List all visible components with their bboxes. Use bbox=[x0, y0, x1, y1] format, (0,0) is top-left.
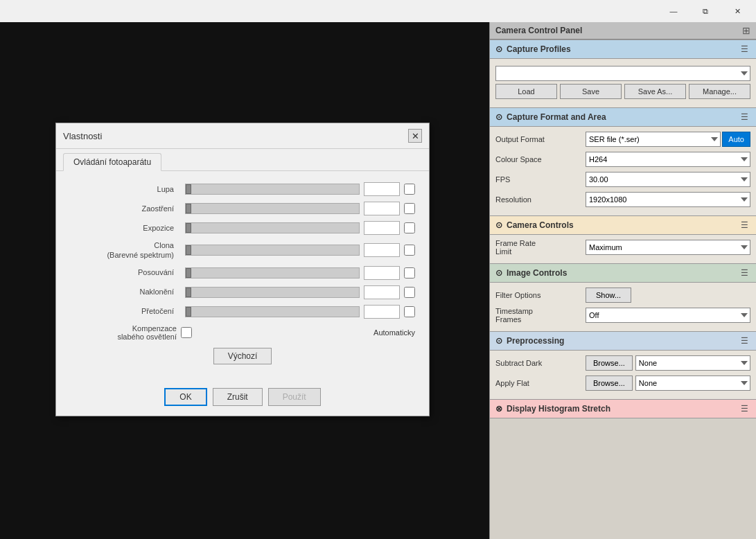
prop-value-expozice[interactable] bbox=[364, 221, 400, 235]
prop-value-nakloneni[interactable] bbox=[364, 285, 400, 299]
property-row-posouvani: Posouvání bbox=[70, 266, 415, 280]
tab-camera-control[interactable]: Ovládání fotoaparátu bbox=[63, 153, 161, 171]
kompenzace-label: Kompenzaceslabého osvětlení bbox=[70, 324, 181, 341]
section-menu-format[interactable]: ☰ bbox=[738, 111, 750, 123]
dialog-body: Lupa Zaostření Expozice Clona bbox=[56, 171, 429, 384]
collapse-icon-preprocessing: ⊙ bbox=[495, 336, 502, 346]
prop-checkbox-posouvani[interactable] bbox=[404, 267, 415, 279]
dialog-close-button[interactable]: ✕ bbox=[408, 129, 422, 143]
save-as-button[interactable]: Save As... bbox=[624, 84, 686, 99]
property-row-clona: Clona(Barevné spektrum) bbox=[70, 240, 415, 260]
prop-label-zaostren: Zaostření bbox=[70, 204, 181, 213]
ccp-titlebar: Camera Control Panel ⊞ bbox=[490, 22, 756, 39]
collapse-icon-histogram: ⊗ bbox=[495, 404, 502, 414]
fps-row: FPS 30.00 bbox=[495, 171, 750, 188]
timestamp-label: TimestampFrames bbox=[495, 307, 586, 324]
zrusit-button[interactable]: Zrušit bbox=[213, 388, 263, 406]
prop-slider-lupa[interactable] bbox=[185, 184, 360, 195]
kompenzace-checkbox[interactable] bbox=[181, 327, 192, 338]
section-menu-image[interactable]: ☰ bbox=[738, 267, 750, 279]
prop-slider-clona[interactable] bbox=[185, 245, 360, 256]
ccp-pin-icon[interactable]: ⊞ bbox=[742, 25, 750, 36]
prop-value-pretoceni[interactable] bbox=[364, 305, 400, 319]
prop-value-lupa[interactable] bbox=[364, 182, 400, 196]
property-row-lupa: Lupa bbox=[70, 182, 415, 196]
prop-label-nakloneni: Naklonění bbox=[70, 287, 181, 297]
show-button[interactable]: Show... bbox=[586, 288, 631, 303]
restore-button[interactable]: ⧉ bbox=[689, 0, 721, 22]
section-header-preprocessing[interactable]: ⊙ Preprocessing ☰ bbox=[490, 331, 756, 351]
prop-slider-posouvani[interactable] bbox=[185, 267, 360, 279]
apply-flat-browse-btn[interactable]: Browse... bbox=[586, 375, 633, 391]
ccp-title: Camera Control Panel bbox=[495, 26, 582, 35]
vychozi-button[interactable]: Výchozí bbox=[213, 348, 272, 364]
property-row-zaostren: Zaostření bbox=[70, 202, 415, 215]
minimize-button[interactable]: — bbox=[658, 0, 689, 22]
dialog-tabs: Ovládání fotoaparátu bbox=[56, 149, 429, 171]
section-title-capture-format: ⊙ Capture Format and Area bbox=[495, 112, 606, 122]
prop-checkbox-clona[interactable] bbox=[404, 245, 415, 256]
prop-slider-zaostren[interactable] bbox=[185, 203, 360, 214]
filter-options-control: Show... bbox=[586, 288, 750, 303]
prop-slider-pretoceni[interactable] bbox=[185, 306, 360, 317]
dialog-titlebar: Vlastnosti ✕ bbox=[56, 123, 429, 149]
subtract-dark-dropdown[interactable]: None bbox=[635, 355, 750, 371]
close-button[interactable]: ✕ bbox=[721, 0, 753, 22]
resolution-dropdown[interactable]: 1920x1080 bbox=[586, 192, 750, 207]
output-format-auto-btn[interactable]: Auto bbox=[722, 132, 750, 147]
prop-slider-expozice[interactable] bbox=[185, 222, 360, 233]
output-format-dropdown[interactable]: SER file (*.ser) bbox=[586, 132, 721, 147]
section-header-capture-format[interactable]: ⊙ Capture Format and Area ☰ bbox=[490, 107, 756, 127]
section-body-format: Output Format SER file (*.ser) Auto Colo… bbox=[490, 127, 756, 215]
camera-control-panel: Camera Control Panel ⊞ ⊙ Capture Profile… bbox=[489, 22, 756, 539]
section-body-image: Filter Options Show... TimestampFrames O… bbox=[490, 283, 756, 331]
filter-options-label: Filter Options bbox=[495, 291, 586, 299]
colour-space-dropdown[interactable]: H264 bbox=[586, 152, 750, 167]
section-title-image-controls: ⊙ Image Controls bbox=[495, 268, 567, 278]
section-menu-preprocessing[interactable]: ☰ bbox=[738, 335, 750, 347]
frame-rate-dropdown[interactable]: Maximum bbox=[586, 240, 750, 255]
apply-flat-dropdown[interactable]: None bbox=[635, 375, 750, 391]
resolution-label: Resolution bbox=[495, 195, 586, 204]
prop-checkbox-nakloneni[interactable] bbox=[404, 287, 415, 298]
output-format-label: Output Format bbox=[495, 135, 586, 143]
save-button[interactable]: Save bbox=[560, 84, 622, 99]
section-body-preprocessing: Subtract Dark Browse... None Apply Flat … bbox=[490, 351, 756, 399]
collapse-icon-image: ⊙ bbox=[495, 268, 502, 278]
prop-checkbox-lupa[interactable] bbox=[404, 184, 415, 195]
load-button[interactable]: Load bbox=[495, 84, 557, 99]
timestamp-dropdown[interactable]: Off bbox=[586, 308, 750, 323]
manage-button[interactable]: Manage... bbox=[689, 84, 750, 99]
timestamp-control: Off bbox=[586, 308, 750, 323]
ok-button[interactable]: OK bbox=[164, 388, 206, 406]
prop-checkbox-expozice[interactable] bbox=[404, 222, 415, 233]
dialog-title: Vlastnosti bbox=[63, 131, 102, 141]
prop-checkbox-zaostren[interactable] bbox=[404, 203, 415, 214]
vychozi-btn-container: Výchozí bbox=[70, 348, 415, 364]
property-row-pretoceni: Přetočení bbox=[70, 305, 415, 319]
prop-value-posouvani[interactable] bbox=[364, 266, 400, 280]
subtract-dark-browse-btn[interactable]: Browse... bbox=[586, 355, 633, 371]
prop-checkbox-pretoceni[interactable] bbox=[404, 306, 415, 317]
prop-value-zaostren[interactable] bbox=[364, 202, 400, 215]
section-header-capture-profiles[interactable]: ⊙ Capture Profiles ☰ bbox=[490, 39, 756, 59]
fps-dropdown[interactable]: 30.00 bbox=[586, 172, 750, 187]
apply-flat-control: Browse... None bbox=[586, 375, 750, 391]
apply-flat-row: Apply Flat Browse... None bbox=[495, 375, 750, 391]
output-format-row: Output Format SER file (*.ser) Auto bbox=[495, 131, 750, 148]
section-menu-camera[interactable]: ☰ bbox=[738, 219, 750, 231]
pouzit-button[interactable]: Použít bbox=[268, 388, 321, 406]
output-format-control: SER file (*.ser) Auto bbox=[586, 132, 750, 147]
collapse-icon-format: ⊙ bbox=[495, 112, 502, 122]
section-title-preprocessing: ⊙ Preprocessing bbox=[495, 336, 564, 346]
section-menu-profiles[interactable]: ☰ bbox=[738, 43, 750, 55]
section-menu-histogram[interactable]: ☰ bbox=[738, 403, 750, 415]
section-header-histogram[interactable]: ⊗ Display Histogram Stretch ☰ bbox=[490, 399, 756, 418]
section-body-profiles: Load Save Save As... Manage... bbox=[490, 59, 756, 107]
section-header-image-controls[interactable]: ⊙ Image Controls ☰ bbox=[490, 263, 756, 283]
profiles-dropdown[interactable] bbox=[495, 66, 750, 81]
prop-value-clona[interactable] bbox=[364, 243, 400, 257]
kompenzace-row: Kompenzaceslabého osvětlení Automaticky bbox=[70, 324, 415, 341]
prop-slider-nakloneni[interactable] bbox=[185, 287, 360, 298]
section-header-camera-controls[interactable]: ⊙ Camera Controls ☰ bbox=[490, 215, 756, 235]
